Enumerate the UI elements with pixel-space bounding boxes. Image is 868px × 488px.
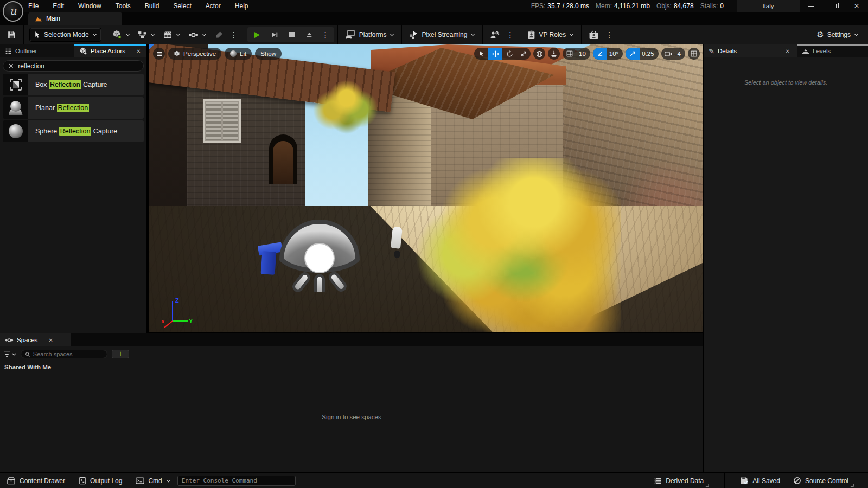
- toolbar-divider: [23, 25, 24, 44]
- scale-tool-button[interactable]: [516, 48, 531, 60]
- rotation-snap-icon: [593, 48, 607, 60]
- virtual-camera-options-icon[interactable]: [603, 30, 616, 39]
- menu-file[interactable]: File: [28, 2, 39, 10]
- world-space-toggle[interactable]: [533, 48, 545, 60]
- tab-place-actors[interactable]: Place Actors ✕: [74, 44, 146, 57]
- multi-user-options-icon[interactable]: [503, 30, 516, 39]
- virtual-camera-button[interactable]: [585, 28, 603, 42]
- actor-search-field[interactable]: [3, 60, 144, 72]
- list-item-label: Sphere Reflection Capture: [28, 120, 117, 142]
- toolbar-overflow-icon[interactable]: [227, 30, 240, 39]
- save-status-button[interactable]: All Saved: [733, 473, 787, 488]
- select-tool-button[interactable]: [474, 48, 488, 60]
- menu-build[interactable]: Build: [145, 2, 159, 10]
- tab-details[interactable]: ✎ Details ✕: [704, 44, 797, 57]
- save-button[interactable]: [3, 28, 20, 42]
- tab-main-level[interactable]: Main: [28, 12, 122, 25]
- axis-z-label: Z: [175, 297, 179, 304]
- viewport-options-menu[interactable]: [153, 48, 165, 60]
- menu-select[interactable]: Select: [173, 2, 191, 10]
- camera-speed-control[interactable]: 4: [661, 48, 685, 60]
- sign-in-message: Sign in to see spaces: [0, 414, 703, 420]
- sequencer-dropdown[interactable]: [184, 28, 210, 42]
- show-dropdown[interactable]: Show: [255, 48, 282, 60]
- output-log-button[interactable]: Output Log: [72, 473, 129, 488]
- minimize-button[interactable]: [800, 0, 822, 12]
- settings-dropdown[interactable]: Settings: [813, 28, 863, 42]
- pixel-streaming-dropdown[interactable]: Pixel Streaming: [405, 28, 479, 42]
- minimize-icon: [808, 6, 814, 7]
- list-item-box-reflection-capture[interactable]: Box Reflection Capture: [3, 74, 144, 95]
- left-panel-tabs: Outliner Place Actors ✕: [0, 44, 146, 57]
- menu-help[interactable]: Help: [235, 2, 248, 10]
- platforms-dropdown[interactable]: Platforms: [341, 28, 399, 42]
- virtual-camera-icon: [589, 30, 599, 40]
- lit-mode-dropdown[interactable]: Lit: [225, 48, 252, 60]
- spaces-search-field[interactable]: [21, 350, 107, 358]
- viewport[interactable]: Z Y x Perspective Lit Show: [149, 44, 703, 332]
- settings-label: Settings: [827, 31, 851, 38]
- vp-roles-dropdown[interactable]: VP Roles: [524, 28, 578, 42]
- spaces-panel: Spaces ✕ Shared With Me Sign in to see s…: [0, 333, 703, 472]
- skylight-actor-sprite[interactable]: [276, 209, 363, 292]
- surface-snap-toggle[interactable]: [548, 48, 560, 60]
- multi-user-icon: [490, 30, 500, 40]
- add-space-button[interactable]: [112, 350, 129, 358]
- quick-add-dropdown[interactable]: [108, 28, 134, 42]
- spaces-search-input[interactable]: [33, 351, 103, 357]
- multi-user-session-button[interactable]: [486, 28, 503, 42]
- details-panel: ✎ Details ✕ Levels Select an object to v…: [704, 44, 868, 472]
- chevron-down-icon: [470, 33, 475, 36]
- tab-details-label: Details: [718, 48, 737, 54]
- platforms-label: Platforms: [359, 31, 387, 38]
- actor-search-input[interactable]: [18, 62, 138, 70]
- tab-levels[interactable]: Levels: [797, 44, 868, 57]
- stop-button[interactable]: [284, 29, 299, 41]
- grid-snap-control[interactable]: 10: [563, 48, 590, 60]
- camera-speed-icon: [661, 48, 675, 60]
- menu-edit[interactable]: Edit: [53, 2, 64, 10]
- toolbar-divider: [244, 25, 244, 44]
- menu-window[interactable]: Window: [78, 2, 101, 10]
- list-item-planar-reflection[interactable]: Planar Reflection: [3, 97, 144, 119]
- derived-data-icon: [654, 477, 662, 485]
- spaces-filter-button[interactable]: [3, 351, 16, 357]
- move-tool-button[interactable]: [488, 48, 502, 60]
- tab-spaces[interactable]: Spaces ✕: [0, 333, 71, 346]
- stalls-value: 0: [720, 2, 724, 10]
- perspective-label: Perspective: [183, 50, 216, 57]
- derived-data-button[interactable]: Derived Data: [647, 473, 716, 488]
- perspective-dropdown[interactable]: Perspective: [168, 48, 221, 60]
- close-tab-icon[interactable]: ✕: [786, 48, 790, 54]
- eject-button[interactable]: [302, 29, 317, 41]
- close-button[interactable]: ✕: [845, 0, 868, 12]
- cmd-dropdown[interactable]: Cmd: [129, 473, 177, 488]
- unreal-logo-icon[interactable]: u: [3, 1, 23, 22]
- frame-skip-button[interactable]: [267, 29, 282, 41]
- add-actor-cube-icon: [112, 30, 122, 40]
- rotate-tool-button[interactable]: [502, 48, 516, 60]
- menu-tools[interactable]: Tools: [116, 2, 131, 10]
- play-options-icon[interactable]: [319, 30, 332, 39]
- scale-snap-control[interactable]: 0.25: [626, 48, 658, 60]
- blueprints-dropdown[interactable]: [134, 28, 159, 42]
- console-command-input[interactable]: [177, 476, 296, 486]
- restore-button[interactable]: [822, 0, 845, 12]
- content-drawer-button[interactable]: Content Drawer: [0, 473, 72, 488]
- close-tab-icon[interactable]: ✕: [48, 337, 53, 343]
- rotation-snap-control[interactable]: 10°: [593, 48, 623, 60]
- cinematics-dropdown[interactable]: [159, 28, 184, 42]
- objs-value: 84,678: [674, 2, 694, 10]
- close-tab-icon[interactable]: ✕: [136, 48, 141, 54]
- paint-mode-button[interactable]: [210, 28, 227, 42]
- list-item-sphere-reflection-capture[interactable]: Sphere Reflection Capture: [3, 120, 144, 142]
- clear-search-icon[interactable]: [8, 63, 14, 69]
- selection-mode-dropdown[interactable]: Selection Mode: [29, 28, 101, 42]
- play-button[interactable]: [250, 29, 265, 41]
- search-match-highlight: Reflection: [57, 104, 90, 112]
- tab-outliner[interactable]: Outliner: [0, 44, 74, 57]
- eject-icon: [305, 31, 313, 38]
- source-control-button[interactable]: Source Control: [787, 473, 860, 488]
- maximize-viewport-button[interactable]: [688, 48, 700, 60]
- menu-actor[interactable]: Actor: [206, 2, 221, 10]
